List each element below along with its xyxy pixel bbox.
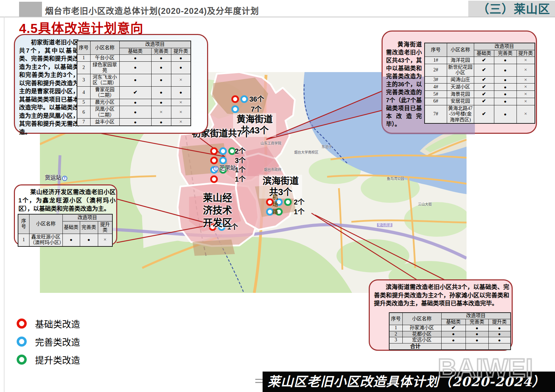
table-cell: 1# — [425, 57, 447, 64]
table-cell: ✔ — [119, 86, 151, 99]
table-cell: ● — [494, 76, 516, 84]
table-cell: 闻涛山庄 — [447, 76, 474, 84]
legend-label: 完善类改造 — [35, 335, 80, 348]
callout-chujia: 初家街道老旧小区共7个，其中以基础类、完善类和提升类改造为主2个，以基础类和完善… — [14, 34, 208, 134]
table-cell: ● — [466, 337, 488, 343]
table-cell: 海洋花园 — [447, 57, 474, 64]
table-cell: 序号 — [18, 214, 29, 234]
table-cell — [441, 343, 466, 350]
legend-label: 基础类改造 — [35, 317, 80, 330]
table-cell: ● — [171, 86, 191, 99]
table-cell: ● — [171, 55, 191, 62]
renovation-table: 序号小区名称改造项目基础类完善类提升类1午台小区●●●2绿色家园翠苑●●●3河东… — [77, 41, 191, 126]
table-cell: ● — [488, 337, 511, 343]
table-cell: × — [98, 234, 112, 246]
table-cell: ● — [466, 331, 488, 337]
table-cell: 2# — [425, 64, 447, 76]
table-cell: 改造项目 — [441, 313, 511, 319]
table-cell: 小区名称 — [402, 313, 441, 325]
table-cell: ✔ — [474, 64, 494, 76]
callout-text: 滨海街道需改造老旧小区共3个，以基础类、完善类和提升类改造为主2个，孙家滩小区以… — [374, 283, 509, 308]
table-cell: ✔ — [474, 84, 494, 91]
table-cell: 提升类 — [488, 319, 511, 325]
table-cell — [488, 343, 511, 350]
table-cell: 2 — [77, 61, 90, 74]
callout-text: 莱山经济开发区需改造老旧小区1个，为鑫龙旺源小区（澳柯玛小区），以基础类和完善类… — [18, 188, 116, 213]
table-cell: ● — [62, 234, 80, 246]
table-cell: ● — [151, 74, 171, 86]
table-cell: 完善类 — [151, 48, 171, 55]
table-cell: ● — [119, 99, 151, 106]
table-cell: ● — [151, 99, 171, 106]
table-cell: × — [516, 98, 535, 105]
table-row: 3#闻涛山庄✔●× — [425, 76, 535, 84]
table-row: 5#海景花园✔●× — [425, 91, 535, 98]
table-cell: ● — [171, 61, 191, 74]
renovation-table: 序号小区名称改造项目基础类完善类提升类1#海洋花园✔●×2#新世纪花园小区✔●×… — [424, 43, 535, 124]
table-host: 序号小区名称改造项目基础类完善类提升类1#海洋花园✔●×2#新世纪花园小区✔●×… — [424, 43, 535, 124]
legend-label: 提升类改造 — [35, 353, 80, 366]
slide: 烟台市老旧小区改造总体计划(2020-2024)及分年度计划 （三）莱山区 4.… — [0, 0, 555, 392]
table-cell: 1 — [18, 234, 29, 246]
table-cell: 午台小区 — [90, 55, 119, 62]
table-cell: 4 — [77, 86, 90, 99]
table-cell: 基础类 — [474, 50, 494, 57]
table-cell: 完善类 — [494, 50, 516, 57]
table-cell: 小区名称 — [447, 43, 474, 57]
table-cell: ● — [119, 74, 151, 86]
table-cell: 晨光小区 — [90, 99, 119, 106]
renovation-table: 序号小区名称改造项目基础类完善类提升类1孙家滩小区✔●●2花都小区●●●3宏远小… — [389, 312, 511, 350]
table-row: 2绿色家园翠苑●●● — [77, 61, 191, 74]
legend-item: 完善类改造 — [17, 336, 80, 347]
table-cell — [466, 343, 488, 350]
table-cell: ● — [466, 325, 488, 331]
table-cell: ✔ — [474, 105, 494, 123]
table-cell: 3# — [425, 76, 447, 84]
table-cell: ● — [494, 84, 516, 91]
table-cell: 新世纪花园小区 — [447, 64, 474, 76]
table-cell: ● — [441, 337, 466, 343]
left-edge-line — [4, 17, 5, 392]
table-cell: ✔ — [441, 325, 466, 331]
table-cell: ● — [151, 119, 171, 126]
legend: 基础类改造完善类改造提升类改造 — [17, 318, 80, 372]
table-cell: ✔ — [474, 98, 494, 105]
basic-ring-icon — [17, 319, 27, 329]
table-cell: 益丰小区 — [90, 119, 119, 126]
table-cell: 提升类 — [98, 221, 112, 234]
table-host: 序号小区名称改造项目基础类完善类提升类1孙家滩小区✔●●2花都小区●●●3宏远小… — [389, 312, 511, 350]
table-cell: 7 — [77, 119, 90, 126]
table-host: 序号小区名称改造项目基础类完善类提升类1鑫龙旺源小区（澳柯玛小区）●●× — [18, 214, 113, 247]
callout-text: 初家街道老旧小区共7个，其中以基础类、完善类和提升类改造为主2个，以基础类和完善… — [19, 38, 79, 136]
table-cell: 完善类 — [466, 319, 488, 325]
banner-tick — [255, 382, 263, 383]
table-cell: × — [516, 64, 535, 76]
table-cell: 凤凰小区（二期） — [90, 106, 119, 119]
table-cell: × — [516, 105, 535, 123]
table-cell: 基础类 — [119, 48, 151, 55]
table-cell: 基础类 — [62, 221, 80, 234]
table-cell: 合计 — [389, 343, 441, 350]
table-cell: 1 — [389, 325, 402, 331]
callout-binhai: 滨海街道需改造老旧小区共3个，以基础类、完善类和提升类改造为主2个，孙家滩小区以… — [369, 279, 513, 351]
callout-text: 黄海街道需改造老旧小区共43个，其中以基础类和完善类改造为主的36个，以完善类改… — [386, 41, 422, 128]
table-cell: 小区名称 — [29, 214, 62, 234]
table-cell: ● — [80, 234, 98, 246]
table-cell: ● — [151, 61, 171, 74]
table-cell: 完善类 — [80, 221, 98, 234]
table-cell: ● — [494, 57, 516, 64]
table-cell: 孙家滩小区 — [402, 325, 441, 331]
table-cell: × — [171, 99, 191, 106]
table-cell: ● — [441, 331, 466, 337]
table-cell: 黄海北路47-59号楼(金海岸西区) — [447, 105, 474, 123]
table-cell: × — [171, 119, 191, 126]
table-cell: ✔ — [474, 91, 494, 98]
table-cell: × — [171, 74, 191, 86]
table-cell: ● — [151, 86, 171, 99]
watermark-logo: BAIWEI — [438, 353, 533, 383]
table-cell: 曹家花园（二期） — [90, 86, 119, 99]
renovation-table: 序号小区名称改造项目基础类完善类提升类1鑫龙旺源小区（澳柯玛小区）●●× — [18, 214, 113, 247]
table-row: 3宏远小区●●● — [389, 337, 511, 343]
table-cell: 海景花园 — [447, 91, 474, 98]
table-row: 3河东飞龙小区（二期）●●× — [77, 74, 191, 86]
